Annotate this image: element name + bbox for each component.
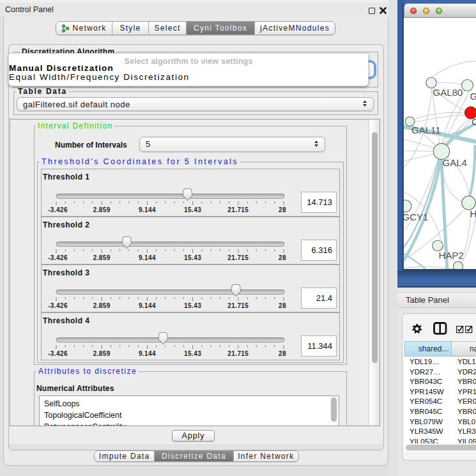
svg-text:-3.426: -3.426 — [48, 350, 68, 357]
svg-text:9.144: 9.144 — [139, 302, 156, 309]
svg-text:CY: CY — [472, 116, 476, 127]
svg-text:GAL4: GAL4 — [443, 157, 467, 168]
svg-text:-3.426: -3.426 — [48, 206, 68, 213]
svg-text:9.144: 9.144 — [139, 206, 156, 213]
svg-text:15.43: 15.43 — [184, 206, 201, 213]
svg-text:HA: HA — [470, 208, 476, 219]
svg-text:GCY1: GCY1 — [404, 211, 428, 222]
svg-text:21.715: 21.715 — [227, 302, 249, 309]
svg-text:15.43: 15.43 — [184, 302, 201, 309]
svg-text:9.144: 9.144 — [139, 350, 156, 357]
svg-text:HAP2: HAP2 — [439, 250, 464, 261]
svg-text:28: 28 — [279, 206, 286, 213]
svg-text:2.859: 2.859 — [93, 206, 111, 213]
svg-text:28: 28 — [279, 254, 286, 261]
svg-text:-3.426: -3.426 — [48, 254, 68, 261]
svg-text:21.715: 21.715 — [227, 350, 249, 357]
svg-text:2.859: 2.859 — [93, 254, 111, 261]
svg-text:28: 28 — [279, 302, 286, 309]
svg-text:21.715: 21.715 — [227, 254, 249, 261]
svg-text:21.715: 21.715 — [227, 206, 249, 213]
svg-text:15.43: 15.43 — [184, 350, 201, 357]
svg-text:9.144: 9.144 — [139, 254, 156, 261]
svg-text:GAL80: GAL80 — [433, 87, 463, 98]
svg-text:15.43: 15.43 — [184, 254, 201, 261]
svg-text:GA: GA — [470, 91, 476, 102]
svg-text:28: 28 — [279, 350, 286, 357]
svg-text:GAL11: GAL11 — [411, 125, 441, 135]
svg-text:2.859: 2.859 — [93, 302, 111, 309]
svg-text:2.859: 2.859 — [93, 350, 111, 357]
svg-text:-3.426: -3.426 — [48, 302, 68, 309]
